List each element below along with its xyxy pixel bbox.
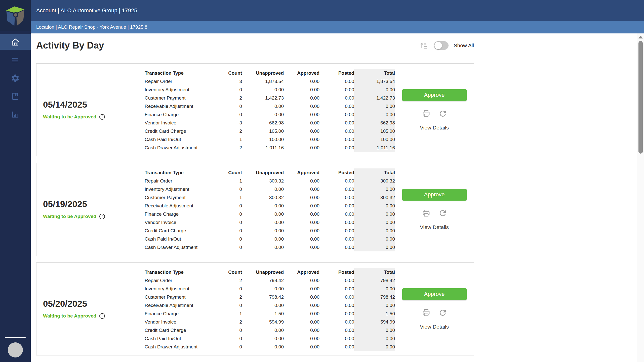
print-button[interactable] [422, 209, 431, 218]
cell-unapproved: 0.00 [242, 85, 284, 94]
info-icon [99, 213, 105, 220]
day-table: Transaction Type Count Unapproved Approv… [145, 263, 395, 355]
cell-total: 0.00 [354, 334, 395, 343]
chart-icon [11, 110, 20, 119]
cell-posted: 0.00 [319, 309, 354, 318]
sidebar-item-reports[interactable] [0, 107, 31, 122]
sidebar-item-settings[interactable] [0, 70, 31, 86]
cell-posted: 0.00 [319, 135, 354, 144]
cell-posted: 0.00 [319, 102, 354, 110]
view-details-link[interactable]: View Details [420, 224, 449, 230]
cell-transaction-type: Repair Order [145, 177, 220, 185]
cell-total: 0.00 [354, 301, 395, 309]
transaction-row: Cash Drawer Adjustment 0 0.00 0.00 0.00 … [145, 343, 395, 351]
day-status: Waiting to be Approved [43, 313, 96, 319]
cell-total: 0.00 [354, 243, 395, 251]
transaction-row: Repair Order 2 798.42 0.00 0.00 798.42 [145, 276, 395, 285]
print-button[interactable] [422, 109, 431, 118]
scroll-thumb[interactable] [638, 41, 643, 154]
refresh-button[interactable] [438, 109, 447, 118]
cell-posted: 0.00 [319, 227, 354, 235]
cell-total: 300.32 [354, 177, 395, 185]
col-unapproved: Unapproved [242, 168, 284, 177]
print-button[interactable] [422, 308, 431, 317]
cell-total: 0.00 [354, 218, 395, 227]
cell-approved: 0.00 [284, 301, 319, 309]
cell-unapproved: 1.50 [242, 309, 284, 318]
cell-total: 1,873.54 [354, 77, 395, 85]
cell-transaction-type: Credit Card Charge [145, 326, 220, 334]
day-table: Transaction Type Count Unapproved Approv… [145, 163, 395, 256]
day-date: 05/20/2025 [43, 299, 145, 309]
show-all-toggle[interactable] [434, 41, 449, 50]
transaction-row: Cash Drawer Adjustment 2 1,011.16 0.00 0… [145, 144, 395, 152]
cell-unapproved: 0.00 [242, 326, 284, 334]
cell-unapproved: 300.32 [242, 177, 284, 185]
day-status-row: Waiting to be Approved [43, 213, 145, 220]
cell-unapproved: 798.42 [242, 276, 284, 285]
day-action-icons [422, 308, 447, 317]
sidebar-item-home[interactable] [0, 34, 31, 50]
sort-button[interactable] [419, 40, 429, 51]
transaction-row: Customer Payment 1 300.32 0.00 0.00 300.… [145, 193, 395, 202]
transaction-row: Receivable Adjustment 0 0.00 0.00 0.00 0… [145, 301, 395, 309]
refresh-icon [438, 308, 447, 317]
cell-approved: 0.00 [284, 94, 319, 102]
status-info-button[interactable] [99, 213, 105, 220]
cell-unapproved: 0.00 [242, 202, 284, 210]
sidebar-item-menu[interactable] [0, 52, 31, 68]
cell-unapproved: 1,011.16 [242, 144, 284, 152]
cell-total: 105.00 [354, 127, 395, 135]
cell-transaction-type: Vendor Invoice [145, 218, 220, 227]
transactions-body: Repair Order 1 300.32 0.00 0.00 300.32 I… [145, 177, 395, 251]
transaction-row: Inventory Adjustment 0 0.00 0.00 0.00 0.… [145, 85, 395, 94]
cell-transaction-type: Cash Drawer Adjustment [145, 144, 220, 152]
cell-count: 1 [220, 309, 242, 318]
cell-total: 0.00 [354, 235, 395, 243]
refresh-button[interactable] [438, 209, 447, 218]
col-transaction-type: Transaction Type [145, 168, 220, 177]
view-details-link[interactable]: View Details [420, 324, 449, 330]
cell-total: 662.98 [354, 119, 395, 127]
cell-count: 0 [220, 235, 242, 243]
sidebar-item-catalog[interactable] [0, 88, 31, 104]
cell-transaction-type: Receivable Adjustment [145, 102, 220, 110]
refresh-button[interactable] [438, 308, 447, 317]
status-info-button[interactable] [99, 313, 105, 319]
col-posted: Posted [319, 168, 354, 177]
cell-total: 300.32 [354, 193, 395, 202]
cell-total: 798.42 [354, 276, 395, 285]
view-details-link[interactable]: View Details [420, 125, 449, 131]
cell-approved: 0.00 [284, 326, 319, 334]
toggle-knob [434, 42, 442, 49]
transaction-header-row: Transaction Type Count Unapproved Approv… [145, 168, 395, 177]
transaction-row: Finance Charge 0 0.00 0.00 0.00 0.00 [145, 210, 395, 218]
col-count: Count [220, 168, 242, 177]
col-approved: Approved [284, 268, 319, 276]
cell-approved: 0.00 [284, 177, 319, 185]
approve-button[interactable]: Approve [402, 89, 467, 101]
sidebar [0, 0, 31, 362]
approve-button[interactable]: Approve [402, 288, 467, 300]
cell-transaction-type: Finance Charge [145, 110, 220, 119]
cell-total: 0.00 [354, 285, 395, 293]
cell-count: 2 [220, 276, 242, 285]
cell-posted: 0.00 [319, 202, 354, 210]
scroll-up-icon[interactable] [638, 36, 643, 38]
cell-count: 1 [220, 135, 242, 144]
col-approved: Approved [284, 168, 319, 177]
approve-button[interactable]: Approve [402, 189, 467, 201]
cell-count: 0 [220, 343, 242, 351]
avatar[interactable] [8, 342, 23, 357]
col-transaction-type: Transaction Type [145, 69, 220, 77]
col-count: Count [220, 69, 242, 77]
home-icon [11, 37, 20, 47]
cell-posted: 0.00 [319, 318, 354, 326]
cell-unapproved: 1,422.73 [242, 94, 284, 102]
status-info-button[interactable] [99, 114, 105, 120]
day-actions: Approve View Details [395, 163, 474, 256]
scrollbar[interactable] [637, 33, 644, 362]
cell-count: 2 [220, 318, 242, 326]
day-card-list: 05/14/2025 Waiting to be Approved Transa… [36, 63, 474, 355]
cell-approved: 0.00 [284, 119, 319, 127]
